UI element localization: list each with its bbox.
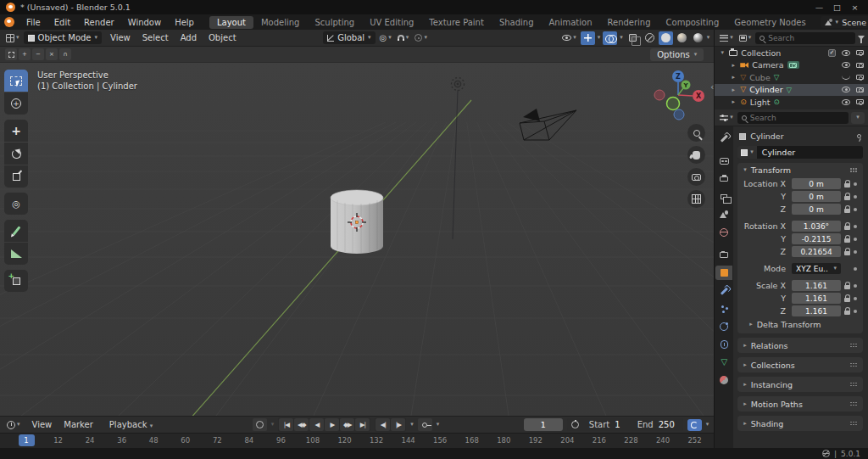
properties-tab-data[interactable]: ▽ bbox=[715, 355, 732, 369]
properties-tab-scene[interactable] bbox=[715, 207, 732, 221]
value-field[interactable]: 0 m bbox=[792, 178, 841, 189]
render-visibility-icon[interactable] bbox=[856, 75, 864, 80]
value-field[interactable]: 1.161 bbox=[792, 280, 841, 291]
properties-search-input[interactable] bbox=[750, 114, 844, 122]
outliner-display-mode-button[interactable]: ▾ bbox=[737, 31, 754, 45]
properties-tab-output[interactable] bbox=[715, 171, 732, 186]
timeline-menu-marker[interactable]: Marker bbox=[58, 420, 99, 429]
frame-back-button[interactable]: ◀| bbox=[376, 418, 390, 431]
workspace-tab-layout[interactable]: Layout bbox=[209, 16, 253, 29]
zoom-button[interactable] bbox=[687, 124, 705, 142]
value-field[interactable]: 1.036° bbox=[792, 221, 841, 232]
visibility-open-icon[interactable] bbox=[842, 62, 850, 68]
render-visibility-icon[interactable] bbox=[856, 63, 864, 68]
viewport-menu-object[interactable]: Object bbox=[203, 33, 242, 42]
properties-tab-object[interactable] bbox=[715, 266, 732, 280]
tool-select-box[interactable] bbox=[4, 70, 28, 92]
menu-render[interactable]: Render bbox=[77, 18, 121, 27]
animate-dot-icon[interactable] bbox=[854, 238, 857, 241]
properties-tab-collection[interactable] bbox=[715, 248, 732, 262]
panel-relations[interactable]: ▸Relations bbox=[737, 338, 863, 353]
properties-tab-tool[interactable] bbox=[715, 131, 732, 145]
panel-instancing[interactable]: ▸Instancing bbox=[737, 377, 863, 392]
workspace-tab-texture-paint[interactable]: Texture Paint bbox=[421, 16, 492, 29]
panel-grip-icon[interactable] bbox=[850, 344, 857, 348]
workspace-tab-sculpting[interactable]: Sculpting bbox=[307, 16, 362, 29]
filter-icon[interactable] bbox=[858, 36, 865, 40]
panel-grip-icon[interactable] bbox=[850, 168, 857, 172]
show-overlays-button[interactable] bbox=[603, 31, 617, 45]
viewport-menu-add[interactable]: Add bbox=[175, 33, 203, 42]
gizmo-negative-z-axis[interactable] bbox=[674, 109, 684, 120]
gizmo-negative-x-axis[interactable] bbox=[654, 90, 665, 100]
sidebar-toggle-arrow[interactable]: ‹ bbox=[710, 81, 714, 92]
panel-grip-icon[interactable] bbox=[850, 383, 857, 387]
editor-type-button[interactable]: ▾ bbox=[4, 31, 21, 45]
visibility-open-icon[interactable] bbox=[842, 99, 850, 105]
properties-editor-type-button[interactable]: ▾ bbox=[718, 111, 735, 125]
outliner-row-cube[interactable]: ▸▽Cube▽ bbox=[715, 71, 868, 84]
select-mode-new[interactable] bbox=[5, 48, 17, 60]
light-object[interactable] bbox=[452, 78, 465, 91]
tool-rotate[interactable] bbox=[4, 143, 28, 165]
shading-rendered-button[interactable] bbox=[691, 31, 705, 45]
keying-set-button[interactable] bbox=[418, 418, 432, 431]
select-mode-subtract[interactable]: − bbox=[32, 48, 44, 60]
menu-edit[interactable]: Edit bbox=[47, 18, 77, 27]
start-frame-field[interactable]: 1 bbox=[615, 420, 626, 429]
orientation-dropdown[interactable]: Global▾ bbox=[323, 31, 375, 44]
visibility-open-icon[interactable] bbox=[842, 50, 850, 56]
menu-help[interactable]: Help bbox=[168, 18, 201, 27]
properties-options-button[interactable]: ▾ bbox=[851, 112, 865, 124]
lock-icon[interactable] bbox=[844, 238, 850, 243]
maximize-button[interactable]: □ bbox=[830, 3, 844, 12]
workspace-tab-compositing[interactable]: Compositing bbox=[659, 16, 727, 29]
properties-tab-render[interactable] bbox=[715, 154, 732, 168]
navigation-gizmo[interactable]: Z X Y bbox=[649, 66, 709, 126]
jump-start-button[interactable]: |◀ bbox=[279, 418, 293, 431]
animate-dot-icon[interactable] bbox=[854, 310, 857, 313]
shading-material-button[interactable] bbox=[675, 31, 689, 45]
panel-motion-paths[interactable]: ▸Motion Paths bbox=[737, 396, 863, 411]
select-mode-intersect[interactable]: ∩ bbox=[59, 48, 71, 60]
camera-view-button[interactable] bbox=[687, 168, 705, 186]
properties-tab-material[interactable] bbox=[715, 372, 732, 387]
animate-dot-icon[interactable] bbox=[854, 225, 857, 228]
blender-menu-icon[interactable] bbox=[4, 17, 14, 27]
camera-object[interactable] bbox=[520, 109, 576, 140]
animate-dot-icon[interactable] bbox=[854, 208, 857, 211]
value-field[interactable]: 1.161 bbox=[792, 293, 841, 304]
shading-wireframe-button[interactable] bbox=[643, 31, 657, 45]
disclosure-icon[interactable]: ▾ bbox=[719, 49, 726, 56]
lock-icon[interactable] bbox=[844, 196, 850, 200]
lock-icon[interactable] bbox=[844, 311, 850, 315]
select-mode-extend[interactable]: + bbox=[19, 48, 31, 60]
properties-tab-world[interactable] bbox=[715, 225, 732, 239]
next-keyframe-button[interactable]: ◆▶ bbox=[340, 418, 354, 431]
timeline-playhead[interactable]: 1 bbox=[19, 434, 35, 446]
tool-add-cube[interactable] bbox=[4, 270, 28, 292]
animate-dot-icon[interactable] bbox=[854, 250, 857, 254]
tool-measure[interactable] bbox=[4, 243, 28, 265]
outliner-row-collection[interactable]: ▾Collection✓ bbox=[715, 47, 868, 59]
animate-dot-icon[interactable] bbox=[854, 284, 857, 288]
show-gizmo-button[interactable] bbox=[581, 31, 595, 45]
lock-icon[interactable] bbox=[844, 183, 850, 188]
render-visibility-icon[interactable] bbox=[856, 87, 864, 92]
animate-dot-icon[interactable] bbox=[854, 267, 857, 271]
lock-icon[interactable] bbox=[844, 251, 850, 255]
select-mode-invert[interactable]: × bbox=[46, 48, 58, 60]
render-visibility-icon[interactable] bbox=[856, 99, 864, 104]
render-visibility-icon[interactable] bbox=[856, 50, 864, 55]
value-field[interactable]: 0 m bbox=[792, 191, 841, 202]
workspace-tab-rendering[interactable]: Rendering bbox=[599, 16, 658, 29]
viewport-canvas[interactable]: User Perspective (1) Collection | Cylind… bbox=[0, 63, 714, 416]
workspace-tab-geometry-nodes[interactable]: Geometry Nodes bbox=[726, 16, 813, 29]
lock-icon[interactable] bbox=[844, 298, 850, 302]
proportional-editing-button[interactable]: ▾ bbox=[413, 31, 429, 45]
value-field[interactable]: 0 m bbox=[792, 204, 841, 215]
panel-collections[interactable]: ▸Collections bbox=[737, 357, 863, 372]
collection-checkbox[interactable]: ✓ bbox=[828, 49, 836, 57]
disclosure-icon[interactable]: ▸ bbox=[730, 98, 737, 105]
scene-selector[interactable]: ▾ Scene × bbox=[821, 16, 868, 28]
